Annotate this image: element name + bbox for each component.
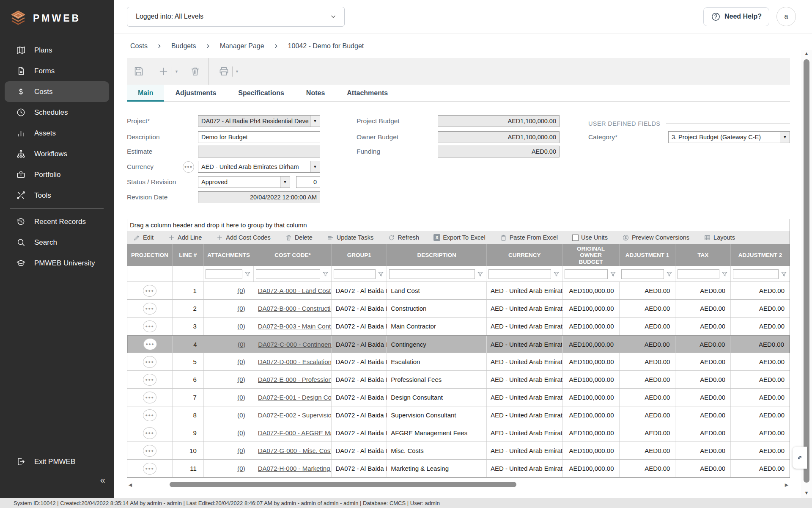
row-actions-button[interactable]: ●●●: [143, 320, 156, 332]
breadcrumb-item[interactable]: Costs: [130, 42, 148, 50]
sidebar-item-workflows[interactable]: Workflows: [5, 144, 109, 164]
sidebar-item-costs[interactable]: Costs: [5, 81, 109, 102]
filter-funnel-button[interactable]: [666, 271, 673, 278]
filter-input-adjustment2[interactable]: [733, 269, 779, 279]
cost-code-link[interactable]: DA072-E-002 - Supervision Consultant: [258, 411, 332, 419]
column-header-original_owner_budget[interactable]: ORIGINAL OWNER BUDGET: [563, 244, 620, 266]
column-header-attachments[interactable]: ATTACHMENTS: [204, 244, 254, 266]
filter-funnel-button[interactable]: [377, 271, 384, 278]
attachments-link[interactable]: (0): [237, 394, 245, 401]
status-select[interactable]: Approved ▼: [198, 176, 290, 188]
table-row[interactable]: ●●●6(0)DA072-E-000 - Professional FeesDA…: [127, 371, 790, 389]
cost-code-link[interactable]: DA072-C-000 - Contingency: [258, 341, 332, 348]
sidebar-item-recent-records[interactable]: Recent Records: [5, 211, 109, 232]
row-actions-button[interactable]: ●●●: [143, 463, 156, 475]
horizontal-scroll-thumb[interactable]: [170, 482, 516, 487]
column-header-projection[interactable]: PROJECTION: [127, 244, 173, 266]
filter-funnel-button[interactable]: [780, 271, 787, 278]
grid-toolbar-delete[interactable]: Delete: [285, 234, 313, 241]
row-actions-button[interactable]: ●●●: [143, 303, 156, 315]
cost-code-link[interactable]: DA072-E-001 - Design Consultant: [258, 394, 332, 401]
print-button[interactable]: [218, 66, 230, 77]
row-actions-button[interactable]: ●●●: [143, 338, 157, 350]
row-actions-button[interactable]: ●●●: [143, 356, 156, 368]
table-row[interactable]: ●●●2(0)DA072-B-000 - ConstructionDA072 -…: [127, 300, 790, 318]
cost-code-link[interactable]: DA072-B-003 - Main Contractor: [258, 323, 332, 330]
sidebar-item-schedules[interactable]: Schedules: [5, 102, 109, 123]
group-by-bar[interactable]: Drag a column header and drop it here to…: [127, 219, 790, 231]
grid-toolbar-edit[interactable]: Edit: [133, 234, 154, 241]
attachments-link[interactable]: (0): [237, 465, 245, 472]
filter-funnel-button[interactable]: [553, 271, 560, 278]
attachments-link[interactable]: (0): [237, 447, 245, 454]
row-actions-button[interactable]: ●●●: [143, 374, 156, 386]
column-header-cost_code[interactable]: COST CODE*: [254, 244, 332, 266]
tab-main[interactable]: Main: [127, 85, 164, 102]
category-select[interactable]: 3. Project Budget (Gateway C-E) ▼: [668, 131, 790, 143]
breadcrumb-item[interactable]: 10042 - Demo for Budget: [288, 42, 364, 50]
add-button[interactable]: [158, 66, 169, 77]
column-header-adjustment2[interactable]: ADJUSTMENT 2: [731, 244, 790, 266]
table-row[interactable]: ●●●5(0)DA072-D-000 - EscalationDA072 - A…: [127, 353, 790, 371]
table-row[interactable]: ●●●8(0)DA072-E-002 - Supervision Consult…: [127, 406, 790, 424]
attachments-link[interactable]: (0): [237, 358, 245, 365]
tab-attachments[interactable]: Attachments: [336, 85, 399, 102]
sidebar-item-pmweb-university[interactable]: PMWEB University: [5, 253, 109, 273]
cost-code-link[interactable]: DA072-F-000 - AFGRE Management Fees: [258, 429, 332, 436]
use-units-checkbox[interactable]: [572, 235, 579, 241]
sidebar-item-portfolio[interactable]: Portfolio: [5, 164, 109, 185]
avatar[interactable]: a: [776, 7, 796, 26]
grid-toolbar-add-cost-codes[interactable]: Add Cost Codes: [216, 234, 271, 241]
filter-funnel-button[interactable]: [322, 271, 329, 278]
row-actions-button[interactable]: ●●●: [143, 392, 156, 403]
attachments-link[interactable]: (0): [238, 341, 245, 348]
delete-button[interactable]: [189, 66, 201, 77]
filter-funnel-button[interactable]: [721, 271, 728, 278]
row-actions-button[interactable]: ●●●: [143, 409, 156, 421]
logged-into-dropdown[interactable]: Logged into: All Levels: [127, 7, 345, 27]
scroll-right-arrow[interactable]: ▶: [783, 482, 790, 488]
tab-adjustments[interactable]: Adjustments: [164, 85, 227, 102]
filter-funnel-button[interactable]: [244, 271, 251, 278]
scroll-left-arrow[interactable]: ◀: [127, 482, 134, 488]
cost-code-link[interactable]: DA072-D-000 - Escalation: [258, 358, 332, 365]
sidebar-collapse-button[interactable]: «: [100, 476, 105, 485]
table-row[interactable]: ●●●1(0)DA072-A-000 - Land CostDA072 - Al…: [127, 282, 790, 300]
attachments-link[interactable]: (0): [237, 376, 245, 383]
sidebar-item-assets[interactable]: Assets: [5, 123, 109, 144]
filter-funnel-button[interactable]: [609, 271, 617, 278]
cost-code-link[interactable]: DA072-G-000 - Misc. Costs: [258, 447, 332, 454]
table-row[interactable]: ●●●10(0)DA072-G-000 - Misc. CostsDA072 -…: [127, 442, 790, 460]
vertical-scroll-thumb[interactable]: [804, 59, 809, 483]
attachments-link[interactable]: (0): [237, 429, 245, 436]
tab-notes[interactable]: Notes: [295, 85, 336, 102]
attachments-link[interactable]: (0): [237, 287, 245, 294]
attachments-link[interactable]: (0): [237, 323, 245, 330]
revision-number-input[interactable]: [296, 176, 320, 188]
tab-specifications[interactable]: Specifications: [227, 85, 295, 102]
grid-toolbar-use-units[interactable]: Use Units: [572, 234, 608, 241]
cost-code-link[interactable]: DA072-H-000 - Marketing & Leasing: [258, 465, 332, 472]
grid-toolbar-preview-conversions[interactable]: Preview Conversions: [622, 234, 689, 241]
filter-input-attachments[interactable]: [206, 269, 242, 279]
filter-funnel-button[interactable]: [477, 271, 484, 278]
sidebar-item-forms[interactable]: Forms: [5, 61, 109, 81]
filter-input-group1[interactable]: [334, 269, 376, 279]
scroll-down-arrow[interactable]: ▼: [801, 490, 812, 495]
breadcrumb-item[interactable]: Budgets: [171, 42, 196, 50]
grid-toolbar-update-tasks[interactable]: Update Tasks: [327, 234, 374, 241]
attachments-link[interactable]: (0): [237, 305, 245, 312]
currency-select[interactable]: AED - United Arab Emirates Dirham ▼: [198, 161, 320, 173]
filter-input-cost_code[interactable]: [256, 269, 320, 279]
column-header-tax[interactable]: TAX: [675, 244, 731, 266]
currency-lookup-button[interactable]: ●●●: [183, 161, 194, 173]
filter-input-description[interactable]: [389, 269, 475, 279]
filter-input-original_owner_budget[interactable]: [565, 269, 608, 279]
row-actions-button[interactable]: ●●●: [143, 427, 156, 439]
panel-resize-handle[interactable]: [793, 447, 807, 469]
column-header-line[interactable]: LINE #: [173, 244, 204, 266]
filter-input-currency[interactable]: [488, 269, 551, 279]
table-row[interactable]: ●●●9(0)DA072-F-000 - AFGRE Management Fe…: [127, 424, 790, 442]
sidebar-item-search[interactable]: Search: [5, 232, 109, 253]
table-row[interactable]: ●●●3(0)DA072-B-003 - Main ContractorDA07…: [127, 318, 790, 335]
